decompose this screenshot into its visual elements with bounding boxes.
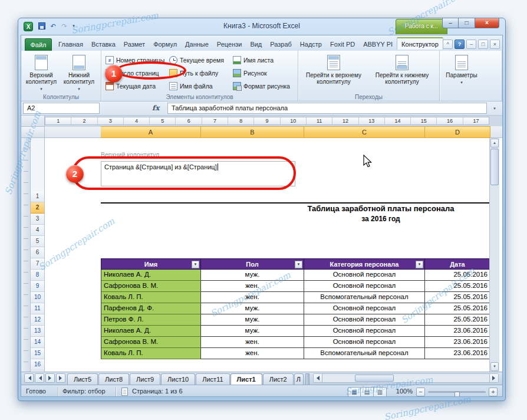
cell-date[interactable]: 25.05.2016 — [425, 303, 489, 314]
table-column-header[interactable]: Дата — [425, 258, 489, 270]
row-header-7[interactable]: 7 — [31, 258, 44, 270]
sheet-tab-Лист9[interactable]: Лист9 — [130, 373, 160, 385]
horizontal-scrollbar[interactable] — [313, 373, 499, 383]
sheet-tab-Лист10[interactable]: Лист10 — [161, 373, 195, 385]
column-header-a[interactable]: A — [101, 126, 201, 138]
cell-date[interactable]: 25.05.2016 — [425, 270, 489, 281]
cell-category[interactable]: Основной персонал — [304, 326, 425, 337]
cell-gender[interactable]: муж. — [201, 314, 304, 326]
table-column-header[interactable]: Имя▼ — [101, 258, 201, 270]
zoom-out-button[interactable]: − — [416, 388, 425, 396]
tab-Вид[interactable]: Вид — [246, 38, 266, 51]
cell-gender[interactable]: жен. — [201, 348, 304, 359]
cell-category[interactable]: Основной персонал — [304, 303, 425, 314]
tab-Рецензи[interactable]: Рецензи — [213, 38, 246, 51]
collapse-ribbon-button[interactable]: ^ — [443, 40, 453, 49]
row-header-3[interactable]: 3 — [31, 214, 44, 225]
sheet-tab-Лист11[interactable]: Лист11 — [196, 373, 229, 385]
row-header-1[interactable]: 1 — [31, 191, 44, 202]
cell-date[interactable]: 23.06.2016 — [425, 326, 489, 337]
row-header-6[interactable]: 6 — [31, 247, 44, 258]
scroll-down-icon[interactable]: ▼ — [490, 362, 499, 371]
select-all-corner[interactable] — [21, 126, 45, 138]
cell-gender[interactable]: жен. — [201, 292, 304, 303]
tab-Вставка[interactable]: Вставка — [87, 38, 120, 51]
tab-file[interactable]: Файл — [25, 38, 52, 51]
cell-gender[interactable]: муж. — [201, 270, 304, 281]
last-sheet-button[interactable] — [56, 373, 65, 383]
zoom-slider-track[interactable] — [428, 391, 486, 393]
cell-name[interactable]: Коваль Л. П. — [101, 292, 201, 303]
cell-name[interactable]: Николаев А. Д. — [101, 326, 201, 337]
scroll-left-icon[interactable] — [314, 374, 322, 382]
sheet-tab-Лист5[interactable]: Лист5 — [67, 373, 98, 385]
current-time-button[interactable]: Текущее время — [167, 54, 231, 67]
maximize-button[interactable]: □ — [459, 18, 475, 28]
first-sheet-button[interactable] — [24, 373, 34, 383]
row-header-4[interactable]: 4 — [31, 225, 44, 236]
zoom-slider-thumb[interactable] — [454, 392, 460, 397]
zoom-level[interactable]: 100% — [396, 388, 413, 395]
row-header-10[interactable]: 10 — [31, 292, 44, 303]
tab-Данные[interactable]: Данные — [181, 38, 213, 51]
workbook-close-button[interactable]: × — [490, 40, 500, 49]
cell-gender[interactable]: муж. — [201, 303, 304, 314]
formula-input[interactable]: Таблица заработной платы персонала — [167, 103, 487, 114]
vertical-scrollbar[interactable]: ▲ ▼ — [489, 138, 499, 372]
tab-Foxit PD[interactable]: Foxit PD — [326, 38, 359, 51]
file-path-button[interactable]: Путь к файлу — [167, 67, 231, 80]
column-header-b[interactable]: B — [201, 126, 304, 138]
row-header-12[interactable]: 12 — [31, 314, 44, 326]
row-header-14[interactable]: 14 — [31, 337, 44, 348]
row-header-5[interactable]: 5 — [31, 236, 44, 247]
header-edit-box[interactable]: Страница &[Страница] из &[Страниц] — [101, 161, 295, 186]
tab-Главная[interactable]: Главная — [54, 38, 87, 51]
page-break-view-button[interactable]: ▥ — [374, 387, 387, 397]
cell-date[interactable]: 23.06.2016 — [425, 348, 489, 359]
tab-split-handle[interactable] — [305, 373, 309, 385]
file-name-button[interactable]: Имя файла — [167, 80, 231, 93]
options-button[interactable]: Параметры ▾ — [441, 54, 482, 101]
filter-dropdown-icon[interactable]: ▼ — [192, 261, 199, 268]
workbook-minimize-button[interactable]: – — [466, 40, 476, 49]
cell-category[interactable]: Основной персонал — [304, 270, 425, 281]
sheet-tab-Лист8[interactable]: Лист8 — [98, 373, 129, 385]
cell-date[interactable]: 25.05.2016 — [425, 292, 489, 303]
row-header-2[interactable]: 2 — [31, 202, 44, 214]
insert-function-button[interactable]: fx — [152, 104, 159, 112]
page-layout-view-button[interactable]: ▤ — [361, 387, 374, 397]
cell-name[interactable]: Парфенов Д. Ф. — [101, 303, 201, 314]
workbook-restore-button[interactable]: □ — [478, 40, 488, 49]
filter-dropdown-icon[interactable]: ▼ — [295, 261, 302, 268]
expand-formula-bar-icon[interactable]: ▾ — [489, 104, 500, 113]
normal-view-button[interactable]: ▦ — [348, 387, 361, 397]
zoom-in-button[interactable]: + — [489, 388, 498, 396]
row-header-11[interactable]: 11 — [31, 303, 44, 314]
scroll-right-icon[interactable] — [489, 374, 498, 382]
cell-name[interactable]: Сафронова В. М. — [101, 281, 201, 292]
cell-category[interactable]: Основной персонал — [304, 281, 425, 292]
row-header-16[interactable]: 16 — [31, 359, 44, 370]
table-subtitle-cell[interactable]: за 2016 год — [101, 214, 489, 225]
format-picture-button[interactable]: Формат рисунка — [231, 80, 295, 93]
minimize-button[interactable]: – — [442, 18, 459, 28]
row-header-8[interactable]: 8 — [31, 270, 44, 281]
cell-date[interactable]: 23.06.2016 — [425, 337, 489, 348]
sheet-tab-Л[interactable]: Л — [294, 373, 304, 385]
filter-dropdown-icon[interactable]: ▼ — [416, 261, 423, 268]
sheet-name-button[interactable]: Имя листа — [231, 54, 295, 67]
cell-category[interactable]: Основной персонал — [304, 337, 425, 348]
cell-gender[interactable]: жен. — [201, 281, 304, 292]
row-header-9[interactable]: 9 — [31, 281, 44, 292]
tab-Конструктор[interactable]: Конструктор — [397, 37, 443, 50]
picture-button[interactable]: Рисунок — [231, 67, 295, 80]
cell-name[interactable]: Коваль Л. П. — [101, 348, 201, 359]
tab-Формул[interactable]: Формул — [149, 38, 181, 51]
cell-name[interactable]: Николаев А. Д. — [101, 270, 201, 281]
cell-category[interactable]: Вспомогательный персонал — [304, 292, 425, 303]
column-header-d[interactable]: D — [425, 126, 490, 138]
tab-Размет[interactable]: Размет — [120, 38, 149, 51]
row-header-15[interactable]: 15 — [31, 348, 44, 359]
cell-gender[interactable]: муж. — [201, 326, 304, 337]
table-title-cell[interactable]: Таблица заработной платы персонала — [101, 202, 489, 214]
